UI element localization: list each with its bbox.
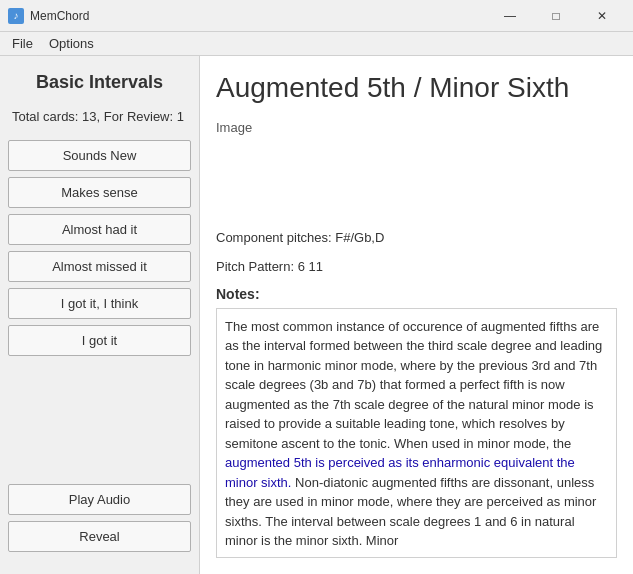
component-pitches: Component pitches: F#/Gb,D bbox=[216, 228, 617, 249]
almost-had-it-button[interactable]: Almost had it bbox=[8, 214, 191, 245]
content-area: Augmented 5th / Minor Sixth Image Compon… bbox=[200, 56, 633, 574]
card-stats: Total cards: 13, For Review: 1 bbox=[8, 109, 191, 124]
maximize-button[interactable]: □ bbox=[533, 0, 579, 32]
almost-missed-it-button[interactable]: Almost missed it bbox=[8, 251, 191, 282]
card-title: Augmented 5th / Minor Sixth bbox=[216, 72, 617, 104]
play-audio-button[interactable]: Play Audio bbox=[8, 484, 191, 515]
reveal-button[interactable]: Reveal bbox=[8, 521, 191, 552]
notes-scroll-area: The most common instance of occurence of… bbox=[216, 308, 617, 558]
notes-text[interactable]: The most common instance of occurence of… bbox=[216, 308, 617, 558]
minimize-button[interactable]: — bbox=[487, 0, 533, 32]
app-title: MemChord bbox=[30, 9, 89, 23]
pitch-pattern: Pitch Pattern: 6 11 bbox=[216, 257, 617, 278]
makes-sense-button[interactable]: Makes sense bbox=[8, 177, 191, 208]
main-container: Basic Intervals Total cards: 13, For Rev… bbox=[0, 56, 633, 574]
image-placeholder: Image bbox=[216, 120, 617, 220]
menu-bar: File Options bbox=[0, 32, 633, 56]
sidebar-title: Basic Intervals bbox=[8, 72, 191, 93]
title-bar-controls: — □ ✕ bbox=[487, 0, 625, 32]
app-icon: ♪ bbox=[8, 8, 24, 24]
notes-label: Notes: bbox=[216, 286, 617, 302]
menu-options[interactable]: Options bbox=[41, 34, 102, 53]
title-bar: ♪ MemChord — □ ✕ bbox=[0, 0, 633, 32]
menu-file[interactable]: File bbox=[4, 34, 41, 53]
image-label: Image bbox=[216, 120, 252, 135]
i-got-it-think-button[interactable]: I got it, I think bbox=[8, 288, 191, 319]
title-bar-left: ♪ MemChord bbox=[8, 8, 89, 24]
sidebar: Basic Intervals Total cards: 13, For Rev… bbox=[0, 56, 200, 574]
i-got-it-button[interactable]: I got it bbox=[8, 325, 191, 356]
sounds-new-button[interactable]: Sounds New bbox=[8, 140, 191, 171]
close-button[interactable]: ✕ bbox=[579, 0, 625, 32]
